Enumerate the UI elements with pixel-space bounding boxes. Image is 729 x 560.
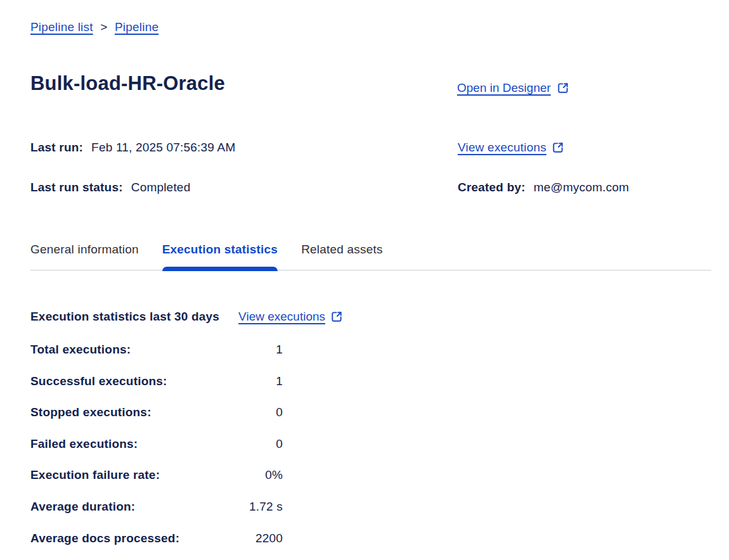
stat-value: 1 [276, 374, 283, 388]
stat-row-average-duration: Average duration: 1.72 s [30, 500, 283, 514]
stat-value: 0% [265, 468, 283, 482]
pipeline-details-page: Pipeline list > Pipeline Bulk-load-HR-Or… [0, 0, 729, 560]
stats-heading: Execution statistics last 30 days [30, 310, 219, 324]
external-link-icon [552, 141, 564, 154]
stat-label: Stopped executions: [30, 405, 152, 419]
page-title: Bulk-load-HR-Oracle [30, 72, 225, 95]
stat-label: Execution failure rate: [30, 468, 160, 482]
view-executions-link-stats[interactable]: View executions [238, 310, 343, 324]
stat-row-successful-executions: Successful executions: 1 [30, 374, 283, 388]
view-executions-top-label: View executions [458, 141, 546, 155]
created-by-label: Created by: [458, 181, 526, 194]
last-run-status-row: Last run status:Completed [30, 181, 190, 194]
stat-value: 2200 [255, 531, 283, 545]
breadcrumb-separator: > [100, 20, 107, 34]
tab-bar: General information Execution statistics… [30, 243, 711, 270]
external-link-icon [557, 82, 569, 94]
stat-value: 1.72 s [249, 500, 283, 514]
last-run-value: Feb 11, 2025 07:56:39 AM [91, 141, 235, 154]
open-in-designer-label: Open in Designer [457, 81, 551, 95]
stat-row-average-docs-processed: Average docs processed: 2200 [30, 531, 283, 545]
last-run-label: Last run: [30, 141, 83, 154]
view-executions-link-top[interactable]: View executions [458, 141, 564, 155]
stat-label: Failed executions: [30, 437, 138, 451]
tab-execution-statistics[interactable]: Execution statistics [162, 243, 278, 270]
stat-label: Average docs processed: [30, 531, 179, 545]
stats-list: Total executions: 1 Successful execution… [30, 343, 283, 560]
external-link-icon [330, 310, 343, 323]
stat-row-total-executions: Total executions: 1 [30, 343, 283, 357]
open-in-designer-link[interactable]: Open in Designer [457, 81, 569, 95]
last-run-status-value: Completed [131, 181, 191, 194]
stat-value: 0 [276, 405, 283, 419]
last-run-status-label: Last run status: [30, 181, 123, 194]
tab-related-assets[interactable]: Related assets [301, 243, 382, 270]
stat-label: Average duration: [30, 500, 135, 514]
created-by-value: me@mycom.com [534, 181, 629, 194]
stat-row-stopped-executions: Stopped executions: 0 [30, 405, 283, 419]
stat-value: 0 [276, 437, 283, 451]
stat-label: Total executions: [30, 343, 131, 357]
created-by-row: Created by:me@mycom.com [458, 181, 629, 194]
stat-row-execution-failure-rate: Execution failure rate: 0% [30, 468, 283, 482]
stat-label: Successful executions: [30, 374, 167, 388]
last-run-row: Last run:Feb 11, 2025 07:56:39 AM [30, 141, 235, 155]
tab-general-information[interactable]: General information [30, 243, 139, 270]
stats-section-header: Execution statistics last 30 days View e… [30, 310, 343, 324]
breadcrumb: Pipeline list > Pipeline [30, 20, 158, 34]
breadcrumb-link-pipeline[interactable]: Pipeline [115, 20, 158, 34]
stat-value: 1 [276, 343, 283, 357]
breadcrumb-link-pipeline-list[interactable]: Pipeline list [30, 20, 93, 34]
view-executions-stats-label: View executions [238, 310, 325, 324]
stat-row-failed-executions: Failed executions: 0 [30, 437, 283, 451]
